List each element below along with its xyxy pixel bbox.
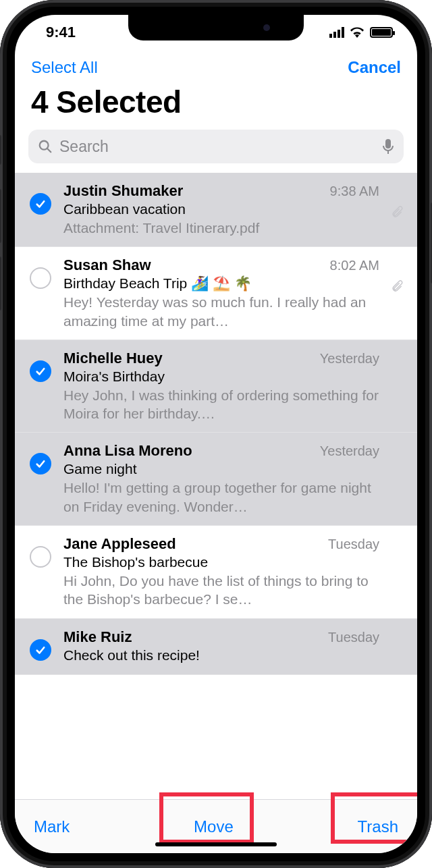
cellular-icon (329, 27, 344, 38)
email-list[interactable]: Justin Shumaker9:38 AMCaribbean vacation… (15, 173, 417, 799)
svg-line-1 (47, 148, 51, 152)
page-title: 4 Selected (15, 81, 417, 130)
attachment-icon (392, 205, 405, 223)
email-time: 8:02 AM (330, 258, 379, 273)
email-subject: Moira's Birthday (63, 369, 379, 385)
cancel-button[interactable]: Cancel (348, 58, 401, 77)
email-time: Yesterday (320, 443, 379, 459)
email-sender: Michelle Huey (63, 350, 163, 367)
email-preview: Hey! Yesterday was so much fun. I really… (63, 293, 379, 330)
email-time: Tuesday (328, 537, 379, 552)
email-preview: Hi John, Do you have the list of things … (63, 572, 379, 609)
email-subject: Game night (63, 461, 379, 477)
selection-checkbox[interactable] (30, 546, 51, 568)
attachment-icon (392, 279, 405, 297)
email-subject: Check out this recipe! (63, 647, 379, 663)
email-subject: Birthday Beach Trip 🏄‍♀️ ⛱️ 🌴 (63, 275, 379, 292)
device-notch (128, 15, 304, 40)
email-preview: Hello! I'm getting a group together for … (63, 479, 379, 516)
email-time: Tuesday (328, 630, 379, 645)
search-input[interactable] (59, 138, 375, 156)
status-time: 9:41 (46, 24, 76, 41)
wifi-icon (350, 27, 364, 38)
select-all-button[interactable]: Select All (31, 58, 98, 77)
email-subject: The Bishop's barbecue (63, 554, 379, 570)
email-sender: Susan Shaw (63, 256, 151, 274)
email-row[interactable]: Michelle HueyYesterdayMoira's BirthdayHe… (15, 340, 417, 433)
dictation-icon[interactable] (382, 138, 394, 155)
email-sender: Justin Shumaker (63, 182, 183, 200)
email-sender: Mike Ruiz (63, 628, 132, 646)
email-subject: Caribbean vacation (63, 201, 379, 217)
email-preview: Attachment: Travel Itinerary.pdf (63, 219, 379, 237)
selection-checkbox[interactable] (30, 193, 51, 215)
email-preview: Hey John, I was thinking of ordering som… (63, 386, 379, 423)
email-time: 9:38 AM (330, 184, 379, 199)
email-time: Yesterday (320, 351, 379, 367)
nav-bar: Select All Cancel (15, 50, 417, 81)
search-field[interactable] (28, 130, 404, 163)
trash-button[interactable]: Trash (358, 817, 398, 836)
mark-button[interactable]: Mark (34, 817, 70, 836)
email-row[interactable]: Mike RuizTuesdayCheck out this recipe! (15, 619, 417, 675)
email-sender: Jane Appleseed (63, 535, 176, 553)
move-button[interactable]: Move (194, 817, 234, 836)
email-row[interactable]: Anna Lisa MorenoYesterdayGame nightHello… (15, 433, 417, 526)
email-row[interactable]: Susan Shaw8:02 AMBirthday Beach Trip 🏄‍♀… (15, 247, 417, 340)
selection-checkbox[interactable] (30, 267, 51, 289)
selection-checkbox[interactable] (30, 453, 51, 474)
selection-checkbox[interactable] (30, 639, 51, 661)
search-icon (38, 139, 53, 154)
email-row[interactable]: Jane AppleseedTuesdayThe Bishop's barbec… (15, 526, 417, 619)
home-indicator[interactable] (155, 842, 277, 846)
battery-icon (370, 27, 393, 38)
email-row[interactable]: Justin Shumaker9:38 AMCaribbean vacation… (15, 173, 417, 247)
svg-rect-2 (385, 139, 391, 148)
email-sender: Anna Lisa Moreno (63, 442, 192, 460)
selection-checkbox[interactable] (30, 360, 51, 382)
